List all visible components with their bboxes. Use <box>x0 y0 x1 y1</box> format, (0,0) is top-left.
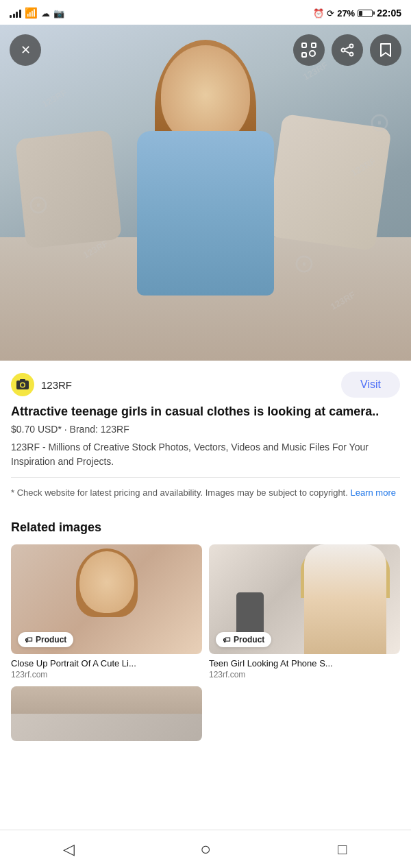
close-button[interactable]: ✕ <box>10 34 41 66</box>
svg-point-4 <box>350 45 353 48</box>
back-button[interactable]: ◁ <box>0 830 137 868</box>
cloud-icon: ☁ <box>41 8 50 19</box>
related-grid: 🏷 Product Close Up Portrait Of A Cute Li… <box>11 544 400 741</box>
learn-more-link[interactable]: Learn more <box>350 487 395 498</box>
scan-button[interactable] <box>293 34 325 66</box>
related-thumb-1: 🏷 Product <box>11 544 202 654</box>
related-item-source-2: 123rf.com <box>209 670 400 679</box>
status-bar: 📶 ☁ 📷 ⏰ ⟳ 27% 22:05 <box>0 0 411 25</box>
watermark-1: 123RF <box>40 87 68 110</box>
price-value: $0.70 USD* <box>11 424 62 435</box>
tag-icon-2: 🏷 <box>223 636 230 644</box>
signal-icon <box>10 8 21 18</box>
share-icon <box>340 43 354 57</box>
hero-btn-group <box>293 34 401 66</box>
camera-watermark-3: ⊙ <box>293 248 315 278</box>
related-title: Related images <box>11 520 400 535</box>
scan-icon <box>301 43 316 58</box>
status-left: 📶 ☁ 📷 <box>10 7 64 19</box>
camera-watermark-2: ⊙ <box>369 107 390 137</box>
camera-watermark-1: ⊙ <box>27 189 49 219</box>
svg-rect-1 <box>312 43 316 47</box>
price-separator: · <box>64 424 70 435</box>
related-thumb-2: 🏷 Product <box>209 544 400 654</box>
brand-row: 123RF Visit <box>11 372 400 398</box>
back-icon: ◁ <box>63 841 75 858</box>
brand-name: 123RF <box>41 379 72 391</box>
save-button[interactable] <box>370 34 401 66</box>
svg-line-7 <box>345 47 349 49</box>
bookmark-icon <box>379 43 393 58</box>
product-tag-2: 🏷 Product <box>216 632 271 647</box>
thumb2-person <box>304 544 386 654</box>
product-title: Attractive teenage girls in casual cloth… <box>11 403 400 420</box>
related-item-2[interactable]: 🏷 Product Teen Girl Looking At Phone S..… <box>209 544 400 679</box>
recents-icon: □ <box>338 841 347 858</box>
nav-bar: ◁ ○ □ <box>0 830 411 868</box>
home-button[interactable]: ○ <box>137 830 274 868</box>
product-info: 123RF Visit Attractive teenage girls in … <box>0 361 411 509</box>
related-section: Related images 🏷 Product Close Up Portra… <box>0 509 411 741</box>
product-price: $0.70 USD* · Brand: 123RF <box>11 424 400 435</box>
related-item-3[interactable] <box>11 686 202 741</box>
svg-rect-0 <box>302 43 306 47</box>
hero-image: 123RF 123RF 123RF 123RF 123RF ⊙ ⊙ ⊙ ✕ <box>0 25 411 361</box>
thumb2-phone <box>236 592 264 637</box>
brand-icon <box>11 373 34 396</box>
home-icon: ○ <box>200 839 211 860</box>
brand-left: 123RF <box>11 373 72 396</box>
rotation-icon: ⟳ <box>327 8 334 19</box>
camera-brand-icon <box>16 378 29 391</box>
svg-point-11 <box>21 383 25 387</box>
product-description: 123RF - Millions of Creative Stock Photo… <box>11 440 400 469</box>
wifi-icon: 📶 <box>25 7 38 19</box>
related-item-1[interactable]: 🏷 Product Close Up Portrait Of A Cute Li… <box>11 544 202 679</box>
pricing-note: * Check website for latest pricing and a… <box>11 477 400 500</box>
svg-point-3 <box>310 51 315 56</box>
pricing-note-text: * Check website for latest pricing and a… <box>11 487 348 498</box>
share-button[interactable] <box>332 34 363 66</box>
tag-icon-1: 🏷 <box>25 636 32 644</box>
alarm-icon: ⏰ <box>313 8 324 19</box>
related-item-source-1: 123rf.com <box>11 670 202 679</box>
thumb1-face <box>79 551 134 613</box>
time-display: 22:05 <box>377 8 401 19</box>
battery-percent: 27% <box>337 8 355 19</box>
instagram-icon: 📷 <box>53 8 64 19</box>
visit-button[interactable]: Visit <box>341 372 400 398</box>
svg-rect-2 <box>302 53 306 57</box>
battery-icon <box>358 10 373 17</box>
svg-rect-12 <box>20 379 25 381</box>
svg-line-8 <box>345 51 349 53</box>
shirt <box>137 131 274 296</box>
tag-label-2: Product <box>234 635 264 644</box>
related-item-title-2: Teen Girl Looking At Phone S... <box>209 658 400 668</box>
recents-button[interactable]: □ <box>274 830 411 868</box>
svg-point-5 <box>342 49 345 52</box>
brand-label: Brand: 123RF <box>70 424 129 435</box>
tag-label-1: Product <box>36 635 66 644</box>
svg-point-6 <box>350 53 353 56</box>
status-right: ⏰ ⟳ 27% 22:05 <box>313 8 401 19</box>
hero-controls: ✕ <box>0 25 411 75</box>
product-tag-1: 🏷 Product <box>18 632 73 647</box>
related-thumb-3 <box>11 686 202 741</box>
related-item-title-1: Close Up Portrait Of A Cute Li... <box>11 658 202 668</box>
